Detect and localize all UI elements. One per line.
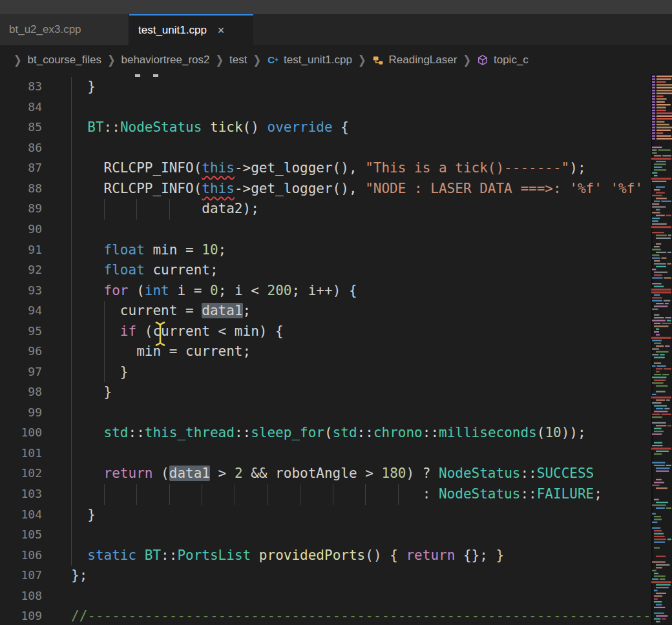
code-token: "NODE : LASER DATA ===>: '%f' '%f' '%f' bbox=[365, 181, 651, 196]
breadcrumb-item-test[interactable]: test bbox=[229, 54, 247, 67]
indent-guide bbox=[71, 444, 72, 464]
code-token: :: bbox=[235, 425, 251, 440]
code-token: ( bbox=[537, 425, 545, 440]
line-number: 89 bbox=[0, 201, 42, 215]
tab-test-unit1[interactable]: test_unit1.cpp × bbox=[129, 14, 253, 45]
word-highlight-token: data1 bbox=[202, 303, 242, 318]
tab-label: bt_u2_ex3.cpp bbox=[9, 23, 81, 36]
code-line[interactable]: } bbox=[71, 77, 96, 97]
code-token: current = bbox=[71, 303, 202, 318]
code-token: :: bbox=[161, 548, 177, 563]
line-number: 84 bbox=[0, 100, 42, 114]
breadcrumb-item-test-unit1-cpp[interactable]: C+ test_unit1.cpp bbox=[267, 54, 352, 67]
code-token: tick bbox=[210, 119, 243, 135]
code-token: 10 bbox=[545, 425, 561, 440]
code-token bbox=[71, 242, 104, 258]
line-number: 90 bbox=[0, 222, 42, 236]
code-token: min = bbox=[145, 242, 202, 258]
code-token bbox=[71, 323, 120, 339]
symbol-class-icon bbox=[372, 54, 384, 66]
breadcrumb-item-bt-course-files[interactable]: bt_course_files bbox=[28, 54, 101, 67]
code-token: NodeStatus bbox=[120, 119, 202, 135]
code-token: FAILURE bbox=[537, 486, 594, 502]
code-token: && robotAngle > bbox=[243, 466, 382, 481]
code-token: :: bbox=[520, 466, 536, 481]
breadcrumb-item-behaviortree-ros2[interactable]: behaviortree_ros2 bbox=[121, 54, 210, 67]
code-token: } bbox=[71, 507, 96, 522]
indent-guide bbox=[71, 403, 72, 424]
code-line[interactable]: RCLCPP_INFO(this->get_logger(), "NODE : … bbox=[71, 179, 651, 200]
code-line[interactable]: if (current < min) { bbox=[71, 322, 284, 342]
breadcrumb-item-topic[interactable]: topic_c bbox=[477, 54, 529, 67]
code-token: this_thread bbox=[145, 425, 235, 440]
code-token: > bbox=[210, 466, 235, 481]
symbol-method-icon bbox=[477, 54, 489, 66]
code-line[interactable]: //--------------------------------------… bbox=[71, 606, 651, 625]
code-line[interactable]: BT::NodeStatus tick() override { bbox=[71, 118, 349, 138]
code-editor[interactable]: 83 }8485 BT::NodeStatus tick() override … bbox=[0, 74, 672, 625]
line-number: 86 bbox=[0, 141, 42, 154]
code-token bbox=[71, 466, 104, 481]
minimap[interactable] bbox=[651, 74, 672, 625]
code-line[interactable]: } bbox=[71, 362, 129, 383]
tab-bt-u2-ex3[interactable]: bt_u2_ex3.cpp bbox=[0, 14, 128, 45]
code-line[interactable]: float current; bbox=[71, 260, 218, 281]
code-token: ; i++) { bbox=[291, 283, 357, 298]
code-token: :: bbox=[129, 425, 145, 440]
error-underlined-token: this bbox=[202, 181, 235, 196]
code-token: BT bbox=[145, 548, 161, 563]
chevron-right-icon: ❯ bbox=[107, 52, 116, 67]
code-token: return bbox=[104, 466, 153, 481]
code-line[interactable]: } bbox=[71, 382, 112, 403]
line-number: 83 bbox=[0, 79, 42, 93]
code-token: ; bbox=[218, 242, 227, 258]
code-line[interactable]: std::this_thread::sleep_for(std::chrono:… bbox=[71, 423, 586, 444]
code-token: if bbox=[120, 323, 136, 339]
line-number: 97 bbox=[0, 365, 42, 378]
code-line[interactable]: : NodeStatus::FAILURE; bbox=[71, 484, 602, 505]
code-line[interactable]: } bbox=[71, 505, 96, 526]
code-token: BT bbox=[87, 119, 103, 135]
code-token: 180 bbox=[381, 466, 406, 481]
code-line[interactable]: float min = 10; bbox=[71, 240, 226, 261]
code-token: 0 bbox=[210, 283, 218, 298]
chevron-right-icon: ❯ bbox=[216, 52, 224, 67]
line-number: 96 bbox=[0, 344, 42, 358]
code-token: :: bbox=[423, 425, 439, 440]
code-token: PortsList bbox=[177, 548, 251, 563]
code-line[interactable]: data2); bbox=[71, 199, 259, 220]
vscode-window: bt_u2_ex3.cpp test_unit1.cpp × ❯ bt_cour… bbox=[0, 0, 672, 625]
indent-guide bbox=[71, 525, 72, 546]
code-token: : bbox=[71, 486, 439, 502]
code-token: //--------------------------------------… bbox=[71, 608, 651, 624]
code-token: }; bbox=[71, 568, 87, 583]
code-token: NodeStatus bbox=[439, 486, 520, 502]
code-line[interactable]: for (int i = 0; i < 200; i++) { bbox=[71, 281, 357, 302]
line-number: 108 bbox=[0, 589, 42, 602]
code-token: i = bbox=[169, 283, 210, 298]
code-token: } bbox=[71, 384, 112, 400]
code-line[interactable]: }; bbox=[71, 566, 87, 586]
line-number: 92 bbox=[0, 263, 42, 276]
line-number: 107 bbox=[0, 568, 42, 582]
editor-tab-bar: bt_u2_ex3.cpp test_unit1.cpp × bbox=[0, 14, 672, 45]
window-titlebar bbox=[0, 0, 672, 14]
line-number: 94 bbox=[0, 303, 42, 317]
code-token: std bbox=[104, 425, 129, 440]
code-line[interactable]: static BT::PortsList providedPorts() { r… bbox=[71, 546, 504, 566]
line-number: 100 bbox=[0, 425, 42, 439]
indent-guide bbox=[71, 138, 72, 159]
code-token: NodeStatus bbox=[439, 466, 520, 481]
code-token: () bbox=[243, 119, 268, 135]
breadcrumb-item-readinglaser[interactable]: ReadingLaser bbox=[372, 54, 457, 67]
code-token: sleep_for bbox=[251, 425, 324, 440]
code-viewport[interactable]: 83 }8485 BT::NodeStatus tick() override … bbox=[0, 74, 651, 625]
code-line[interactable]: return (data1 > 2 && robotAngle > 180) ?… bbox=[71, 464, 594, 484]
code-token: ( bbox=[129, 283, 145, 298]
code-token: ->get_logger(), bbox=[235, 181, 365, 196]
code-token: :: bbox=[357, 425, 373, 440]
code-line[interactable]: current = data1; bbox=[71, 301, 251, 322]
code-line[interactable]: RCLCPP_INFO(this->get_logger(), "This is… bbox=[71, 158, 586, 179]
line-number: 102 bbox=[0, 466, 42, 480]
close-icon[interactable]: × bbox=[216, 25, 227, 36]
